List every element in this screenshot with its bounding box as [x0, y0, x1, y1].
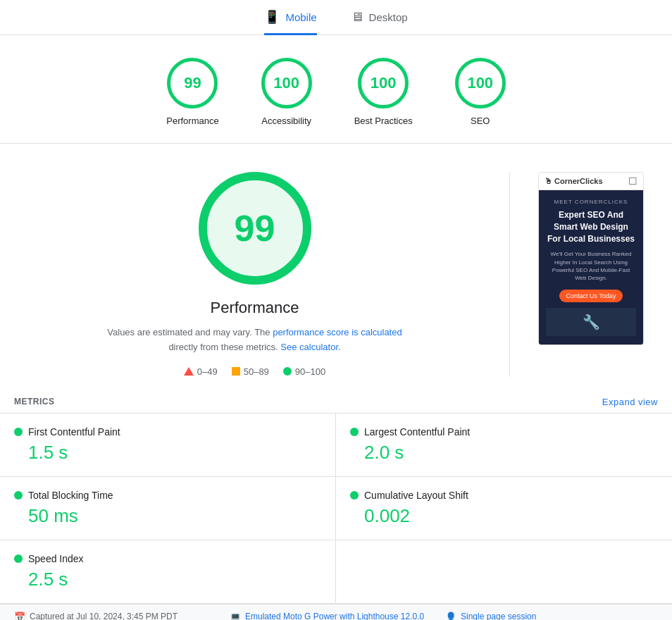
- legend-fail: 0–49: [184, 366, 218, 377]
- big-score-circle: 99: [199, 172, 311, 285]
- legend-circle-icon: [283, 367, 292, 376]
- accessibility-label: Accessibility: [261, 116, 311, 126]
- legend-avg-range: 50–89: [244, 366, 269, 377]
- perf-desc: Values are estimated and may vary. The p…: [107, 326, 403, 355]
- tab-mobile-label: Mobile: [285, 11, 316, 23]
- legend-triangle-icon: [184, 367, 194, 376]
- legend-good: 90–100: [283, 366, 325, 377]
- metric-tbt-dot: [14, 491, 23, 500]
- ad-header: 🖱 CornerClicks ☐: [539, 173, 643, 190]
- metrics-header: METRICS Expand view: [0, 391, 672, 413]
- performance-circle: 99: [167, 58, 218, 108]
- calendar-icon: 📅: [14, 612, 25, 620]
- legend-square-icon: [232, 367, 240, 376]
- ad-headline: Expert SEO And Smart Web Design For Loca…: [546, 209, 636, 244]
- metric-cls-dot: [350, 491, 359, 500]
- ad-body: MEET CORNERCLICKS Expert SEO And Smart W…: [539, 190, 643, 345]
- metrics-grid: First Contentful Paint 1.5 s Largest Con…: [0, 413, 672, 604]
- tab-bar: 📱 Mobile 🖥 Desktop: [0, 0, 672, 35]
- perf-score-link[interactable]: performance score is calculated: [273, 327, 402, 337]
- metric-si-name: Speed Index: [28, 553, 84, 564]
- legend-average: 50–89: [232, 366, 269, 377]
- metrics-title: METRICS: [14, 397, 55, 407]
- seo-circle: 100: [455, 58, 506, 108]
- metric-cls-name-row: Cumulative Layout Shift: [350, 490, 658, 501]
- footer-emulated-link[interactable]: Emulated Moto G Power with Lighthouse 12…: [245, 612, 424, 620]
- best-practices-label: Best Practices: [354, 116, 413, 126]
- metric-lcp-dot: [350, 428, 359, 436]
- metric-fcp-name: First Contentful Paint: [28, 426, 120, 438]
- score-best-practices[interactable]: 100 Best Practices: [354, 58, 413, 126]
- legend-fail-range: 0–49: [197, 366, 218, 377]
- ad-contact-button[interactable]: Contact Us Today: [559, 290, 623, 302]
- footer-emulated: 💻 Emulated Moto G Power with Lighthouse …: [230, 612, 442, 620]
- mobile-icon: 📱: [264, 9, 280, 25]
- legend: 0–49 50–89 90–100: [28, 366, 481, 377]
- laptop-icon: 💻: [230, 612, 241, 620]
- ad-meet-text: MEET CORNERCLICKS: [546, 199, 636, 205]
- footer-single-page-link[interactable]: Single page session: [461, 612, 536, 620]
- accessibility-circle: 100: [261, 58, 312, 108]
- tab-mobile[interactable]: 📱 Mobile: [264, 9, 316, 35]
- metric-tbt-value: 50 ms: [14, 505, 321, 527]
- footer-bar: 📅 Captured at Jul 10, 2024, 3:45 PM PDT …: [0, 604, 672, 620]
- tab-desktop[interactable]: 🖥 Desktop: [351, 10, 408, 35]
- metric-si-name-row: Speed Index: [14, 553, 321, 564]
- tab-desktop-label: Desktop: [369, 11, 408, 23]
- footer-captured-text: Captured at Jul 10, 2024, 3:45 PM PDT: [30, 612, 178, 620]
- legend-good-range: 90–100: [295, 366, 325, 377]
- metric-empty: [336, 540, 672, 604]
- score-performance[interactable]: 99 Performance: [166, 58, 218, 126]
- footer-single-page: 👤 Single page session: [445, 612, 658, 620]
- main-content: 99 Performance Values are estimated and …: [0, 144, 672, 391]
- metric-si: Speed Index 2.5 s: [0, 540, 336, 604]
- performance-section: 99 Performance Values are estimated and …: [28, 172, 481, 377]
- metric-cls-name: Cumulative Layout Shift: [364, 490, 468, 501]
- ad-subtext: We'll Get Your Business Ranked Higher In…: [546, 250, 636, 282]
- metric-tbt: Total Blocking Time 50 ms: [0, 477, 336, 540]
- see-calculator-link[interactable]: See calculator.: [280, 342, 340, 352]
- ad-footer-graphic: 🔧: [546, 308, 636, 336]
- footer-captured: 📅 Captured at Jul 10, 2024, 3:45 PM PDT: [14, 612, 227, 620]
- metric-fcp: First Contentful Paint 1.5 s: [0, 414, 336, 477]
- metric-lcp-name: Largest Contentful Paint: [364, 426, 470, 438]
- metric-si-value: 2.5 s: [14, 569, 321, 590]
- ad-box: 🖱 CornerClicks ☐ MEET CORNERCLICKS Exper…: [538, 172, 644, 345]
- expand-view-button[interactable]: Expand view: [602, 397, 658, 407]
- desktop-icon: 🖥: [351, 10, 363, 25]
- scores-row: 99 Performance 100 Accessibility 100 Bes…: [0, 35, 672, 144]
- metric-tbt-name-row: Total Blocking Time: [14, 490, 321, 501]
- best-practices-circle: 100: [358, 58, 409, 108]
- metric-fcp-value: 1.5 s: [14, 442, 321, 464]
- metric-lcp-name-row: Largest Contentful Paint: [350, 426, 658, 438]
- user-icon: 👤: [445, 612, 456, 620]
- metric-cls-value: 0.002: [350, 505, 658, 527]
- ad-close-button[interactable]: ☐: [628, 175, 637, 187]
- metric-lcp: Largest Contentful Paint 2.0 s: [336, 414, 672, 477]
- metric-tbt-name: Total Blocking Time: [28, 490, 113, 501]
- big-circle-wrap: 99: [28, 172, 481, 285]
- metric-fcp-dot: [14, 428, 23, 436]
- perf-title: Performance: [28, 299, 481, 317]
- performance-label: Performance: [166, 116, 218, 126]
- metric-lcp-value: 2.0 s: [350, 442, 658, 464]
- vertical-divider: [509, 172, 510, 377]
- score-accessibility[interactable]: 100 Accessibility: [261, 58, 312, 126]
- ad-logo: 🖱 CornerClicks: [545, 177, 603, 185]
- metric-fcp-name-row: First Contentful Paint: [14, 426, 321, 438]
- score-seo[interactable]: 100 SEO: [455, 58, 506, 126]
- metric-si-dot: [14, 554, 23, 563]
- seo-label: SEO: [471, 116, 490, 126]
- ad-panel: 🖱 CornerClicks ☐ MEET CORNERCLICKS Exper…: [538, 172, 644, 377]
- metric-cls: Cumulative Layout Shift 0.002: [336, 477, 672, 540]
